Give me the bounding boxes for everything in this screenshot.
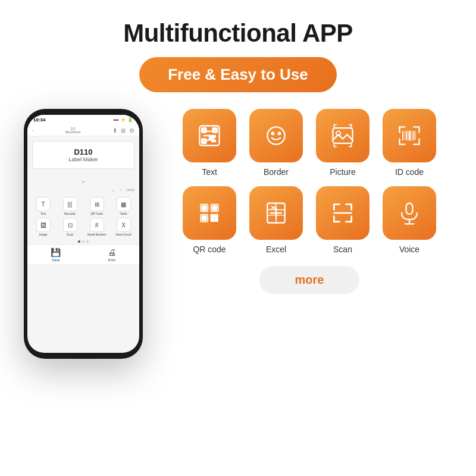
main-content: 10:34 ▪▪▪ ⚡ 🔋 ‹ 1/1 30x25mm ⬆ ⊞ ⚙ <box>0 109 476 359</box>
undo-label[interactable]: Undo <box>126 188 134 193</box>
svg-rect-20 <box>333 128 353 143</box>
feature-id-code: ID code <box>380 109 439 177</box>
svg-rect-35 <box>202 217 206 220</box>
scan-icon-box[interactable] <box>316 186 369 240</box>
element-serial[interactable]: # Serial Number <box>84 218 109 236</box>
dot-1 <box>78 240 80 243</box>
svg-rect-8 <box>214 129 216 131</box>
move-icon[interactable]: ↕ <box>120 188 121 193</box>
element-excel[interactable]: X Insert Excel <box>111 218 136 236</box>
phone-screen: 10:34 ▪▪▪ ⚡ 🔋 ‹ 1/1 30x25mm ⬆ ⊞ ⚙ <box>27 115 139 353</box>
picture-icon-box[interactable] <box>316 109 369 162</box>
add-icon[interactable]: ＋ <box>111 188 115 193</box>
element-text[interactable]: T Text <box>31 197 55 215</box>
dot-2 <box>82 240 84 243</box>
id-code-label: ID code <box>395 167 424 177</box>
qr-code-icon <box>196 200 223 226</box>
svg-rect-10 <box>209 136 211 137</box>
page-title: Multifunctional APP <box>123 19 353 48</box>
svg-rect-38 <box>211 218 214 221</box>
badge-label: Free & Easy to Use <box>168 65 308 83</box>
features-section: Text Border <box>161 109 458 294</box>
phone-toolbar: ‹ 1/1 30x25mm ⬆ ⊞ ⚙ <box>27 125 139 136</box>
feature-border: Border <box>246 109 306 177</box>
qr-code-icon-box[interactable] <box>183 186 236 240</box>
edit-row: ＋ ↕ Undo <box>27 187 139 195</box>
more-button-wrap: more <box>259 266 360 294</box>
svg-rect-37 <box>215 215 218 218</box>
svg-rect-12 <box>214 136 215 137</box>
svg-rect-15 <box>212 140 214 142</box>
element-image[interactable]: 🖼 Image <box>31 218 55 236</box>
more-button[interactable]: more <box>259 266 360 294</box>
copy-icon[interactable]: ⊞ <box>121 127 126 134</box>
svg-rect-16 <box>212 138 214 140</box>
svg-rect-9 <box>203 140 205 142</box>
svg-point-17 <box>267 127 284 144</box>
phone-status-bar: 10:34 ▪▪▪ ⚡ 🔋 <box>27 115 139 125</box>
id-code-icon <box>396 123 422 149</box>
id-code-icon-box[interactable] <box>383 109 436 162</box>
border-icon-box[interactable] <box>249 109 303 162</box>
svg-rect-33 <box>213 206 217 209</box>
svg-rect-11 <box>212 136 214 137</box>
header-section: Multifunctional APP Free & Easy to Use <box>123 19 353 92</box>
feature-excel: Excel <box>246 186 306 254</box>
nav-save-label: Save <box>52 258 60 262</box>
svg-rect-7 <box>203 129 205 131</box>
text-icon-box[interactable] <box>183 109 236 162</box>
nav-print-label: Print <box>108 258 115 262</box>
feature-voice: Voice <box>380 186 439 254</box>
picture-label: Picture <box>330 167 356 177</box>
svg-point-19 <box>278 133 281 135</box>
element-scan[interactable]: ⊡ Scan <box>58 218 82 236</box>
border-label: Border <box>264 167 289 177</box>
excel-icon <box>263 200 289 226</box>
svg-rect-13 <box>209 138 211 140</box>
svg-point-18 <box>272 133 274 135</box>
nav-print[interactable]: 🖨 Print <box>108 248 116 262</box>
element-qr[interactable]: ⊞ QR Code <box>84 197 109 215</box>
phone-signal: ▪▪▪ ⚡ 🔋 <box>114 117 133 123</box>
feature-qr-code: QR code <box>180 186 239 254</box>
phone-time: 10:34 <box>33 117 45 123</box>
voice-icon-box[interactable] <box>383 186 436 240</box>
nav-save[interactable]: 💾 Save <box>51 248 61 262</box>
phone-frame: 10:34 ▪▪▪ ⚡ 🔋 ‹ 1/1 30x25mm ⬆ ⊞ ⚙ <box>24 109 143 359</box>
toolbar-center: 1/1 30x25mm <box>65 127 81 134</box>
feature-picture: Picture <box>313 109 372 177</box>
svg-rect-14 <box>214 140 215 142</box>
settings-icon[interactable]: ⚙ <box>129 127 134 134</box>
text-label: Text <box>202 167 217 177</box>
excel-label: Excel <box>266 245 286 254</box>
scroll-down-icon: ⌄ <box>27 176 139 184</box>
svg-rect-36 <box>211 215 214 218</box>
share-icon[interactable]: ⬆ <box>112 127 117 134</box>
element-barcode[interactable]: ||| Barcode <box>58 197 82 215</box>
label-preview: D110 Label Maker <box>32 141 134 169</box>
print-icon: 🖨 <box>108 248 116 257</box>
picture-icon <box>330 123 356 149</box>
scan-icon <box>330 200 356 226</box>
page-dots <box>27 240 139 243</box>
toolbar-icons: ⬆ ⊞ ⚙ <box>112 127 134 134</box>
element-grid: T Text ||| Barcode ⊞ QR Code ▦ Table <box>27 195 139 239</box>
border-icon <box>263 123 289 149</box>
phone-mockup: 10:34 ▪▪▪ ⚡ 🔋 ‹ 1/1 30x25mm ⬆ ⊞ ⚙ <box>18 109 149 359</box>
scan-label: Scan <box>333 245 352 254</box>
excel-icon-box[interactable] <box>249 186 303 240</box>
size-indicator: 30x25mm <box>65 130 81 134</box>
features-grid: Text Border <box>180 109 439 254</box>
voice-icon <box>396 200 422 226</box>
back-icon[interactable]: ‹ <box>32 129 33 133</box>
phone-nav: 💾 Save 🖨 Print <box>27 245 139 264</box>
label-subtitle: Label Maker <box>39 156 128 162</box>
qr-code-label: QR code <box>193 245 226 254</box>
svg-rect-49 <box>406 203 413 214</box>
text-icon <box>196 123 223 149</box>
feature-text: Text <box>180 109 239 177</box>
element-table[interactable]: ▦ Table <box>111 197 136 215</box>
feature-scan: Scan <box>313 186 372 254</box>
svg-rect-39 <box>215 218 218 221</box>
dot-3 <box>86 240 89 243</box>
